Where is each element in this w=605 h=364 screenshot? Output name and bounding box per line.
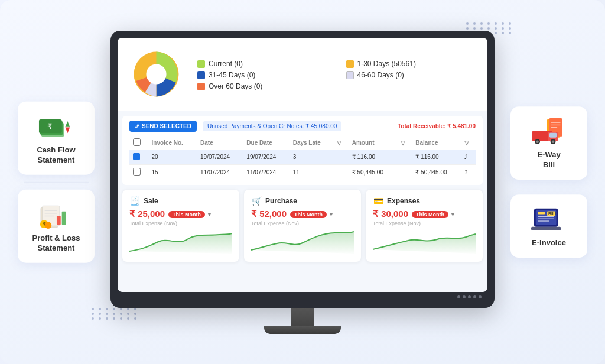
eway-bill-icon <box>531 116 567 145</box>
row1-amount: ₹ 116.00 <box>349 150 397 164</box>
col-balance: Balance <box>412 136 460 150</box>
profit-loss-label1: Profit & Loss <box>32 233 80 243</box>
row1-checkbox[interactable] <box>129 150 148 164</box>
monitor-body: Current (0) 1-30 Days (50561) 31-45 Days… <box>110 31 495 308</box>
purchase-card-icon: 🛒 <box>251 196 262 206</box>
expenses-card-header: 💳 Expenses <box>373 196 476 206</box>
monitor-neck <box>291 308 314 326</box>
legend-dot-current <box>197 60 205 68</box>
table-row: 20 19/07/2024 19/07/2024 3 ₹ 116.00 ₹ 11… <box>129 150 476 164</box>
sidebar-divider-1 <box>24 182 89 183</box>
row1-due-date: 19/07/2024 <box>243 150 289 164</box>
profit-loss-icon: ₹ <box>38 199 74 229</box>
legend-label-over60: Over 60 Days (0) <box>209 82 262 90</box>
monitor-screen: Current (0) 1-30 Days (50561) 31-45 Days… <box>118 38 487 292</box>
sale-sparkline <box>129 229 232 254</box>
purchase-card-amount: ₹ 52,000 <box>251 209 287 219</box>
row2-due-date: 11/07/2024 <box>243 164 289 180</box>
svg-text:₹: ₹ <box>43 221 46 227</box>
table-toolbar: ⇗ SEND SELECTED Unused Payments & Open C… <box>129 121 476 132</box>
row2-date: 11/07/2024 <box>197 164 243 180</box>
screen-top-section: Current (0) 1-30 Days (50561) 31-45 Days… <box>118 38 487 111</box>
profit-loss-label2: Statement <box>38 243 75 253</box>
row2-balance: ₹ 50,445.00 <box>412 164 460 180</box>
row1-invoice: 20 <box>148 150 197 164</box>
row2-checkbox[interactable] <box>129 164 148 180</box>
svg-point-29 <box>552 140 554 142</box>
purchase-card-badge: This Month <box>290 211 327 218</box>
eway-bill-label2: Bill <box>543 160 555 170</box>
left-sidebar: ₹ Cash Flow Statement <box>18 102 95 263</box>
bezel-dot-5 <box>479 295 482 298</box>
eway-bill-label1: E-Way <box>537 150 560 160</box>
expenses-card: 💳 Expenses ₹ 30,000 This Month ▼ Total E… <box>366 190 483 262</box>
expenses-card-title: Expenses <box>387 197 420 205</box>
purchase-card-title: Purchase <box>265 197 297 205</box>
unused-payments-label: Unused Payments & Open Cr Notes: ₹ 45,08… <box>203 121 341 131</box>
legend-grid: Current (0) 1-30 Days (50561) 31-45 Days… <box>197 60 477 90</box>
row2-invoice: 15 <box>148 164 197 180</box>
legend-item-1-30: 1-30 Days (50561) <box>346 60 477 68</box>
legend-item-31-45: 31-45 Days (0) <box>197 71 328 79</box>
sidebar-divider-2 <box>516 187 581 187</box>
bezel-dot-2 <box>463 295 466 298</box>
col-amount: Amount <box>349 136 397 150</box>
col-filter1: ▽ <box>333 136 348 150</box>
einvoice-card[interactable]: BILL E-invoice <box>510 194 587 258</box>
expenses-card-sub: Total Expense (Nov) <box>373 220 476 226</box>
col-filter3: ▽ <box>461 136 476 150</box>
sale-card: 🧾 Sale ₹ 25,000 This Month ▼ Total Expen… <box>122 190 239 262</box>
sale-card-header: 🧾 Sale <box>129 196 232 206</box>
row2-amount: ₹ 50,445.00 <box>349 164 397 180</box>
col-filter2: ▽ <box>397 136 412 150</box>
table-header-row: Invoice No. Date Due Date Days Late ▽ Am… <box>129 136 476 150</box>
sale-card-title: Sale <box>144 197 158 205</box>
legend-item-over60: Over 60 Days (0) <box>197 82 328 90</box>
row1-share-icon[interactable]: ⤴ <box>461 150 476 164</box>
col-invoice: Invoice No. <box>148 136 197 150</box>
eway-bill-card[interactable]: E-Way Bill <box>510 106 587 180</box>
purchase-card: 🛒 Purchase ₹ 52,000 This Month ▼ Total E… <box>244 190 361 262</box>
svg-rect-32 <box>538 212 545 214</box>
sale-card-badge: This Month <box>168 211 205 218</box>
expenses-card-amount: ₹ 30,000 <box>373 209 408 219</box>
pie-chart <box>128 46 184 105</box>
row2-share-icon[interactable]: ⤴ <box>461 164 476 180</box>
sale-card-icon: 🧾 <box>129 196 140 206</box>
svg-marker-5 <box>65 121 70 127</box>
legend-dot-46-60 <box>346 72 354 79</box>
cash-flow-card[interactable]: ₹ Cash Flow Statement <box>18 102 95 175</box>
stat-cards-section: 🧾 Sale ₹ 25,000 This Month ▼ Total Expen… <box>122 190 483 262</box>
svg-rect-11 <box>57 216 61 225</box>
legend-dot-31-45 <box>197 72 205 79</box>
col-checkbox <box>129 136 148 150</box>
svg-point-17 <box>146 64 166 84</box>
svg-text:₹: ₹ <box>47 122 52 130</box>
profit-loss-card[interactable]: ₹ Profit & Loss Statement <box>18 190 95 263</box>
cash-flow-label2: Statement <box>38 155 75 165</box>
row2-days-late: 11 <box>290 164 334 180</box>
select-all-checkbox[interactable] <box>133 138 141 146</box>
col-days-late: Days Late <box>290 136 334 150</box>
send-selected-label: SEND SELECTED <box>142 123 191 129</box>
total-receivable-label: Total Receivable: ₹ 5,481.00 <box>398 123 476 129</box>
bezel-dot-3 <box>468 295 471 298</box>
right-sidebar: E-Way Bill BILL <box>510 106 587 258</box>
legend-item-46-60: 46-60 Days (0) <box>346 71 477 79</box>
expenses-card-badge: This Month <box>412 211 448 218</box>
svg-marker-4 <box>65 128 70 134</box>
send-selected-button[interactable]: ⇗ SEND SELECTED <box>129 121 197 132</box>
bezel-dot-4 <box>473 295 476 298</box>
legend-label-current: Current (0) <box>209 60 243 68</box>
invoice-table: Invoice No. Date Due Date Days Late ▽ Am… <box>129 136 476 180</box>
legend-dot-over60 <box>197 83 205 90</box>
monitor: Current (0) 1-30 Days (50561) 31-45 Days… <box>110 31 495 334</box>
legend-label-31-45: 31-45 Days (0) <box>209 71 255 79</box>
legend-item-current: Current (0) <box>197 60 328 68</box>
expenses-card-icon: 💳 <box>373 196 383 206</box>
page-container: ₹ Cash Flow Statement <box>0 0 605 364</box>
legend-label-1-30: 1-30 Days (50561) <box>357 60 416 68</box>
svg-rect-25 <box>549 133 557 138</box>
table-row: 15 11/07/2024 11/07/2024 11 ₹ 50,445.00 … <box>129 164 476 180</box>
table-section: ⇗ SEND SELECTED Unused Payments & Open C… <box>122 116 483 185</box>
